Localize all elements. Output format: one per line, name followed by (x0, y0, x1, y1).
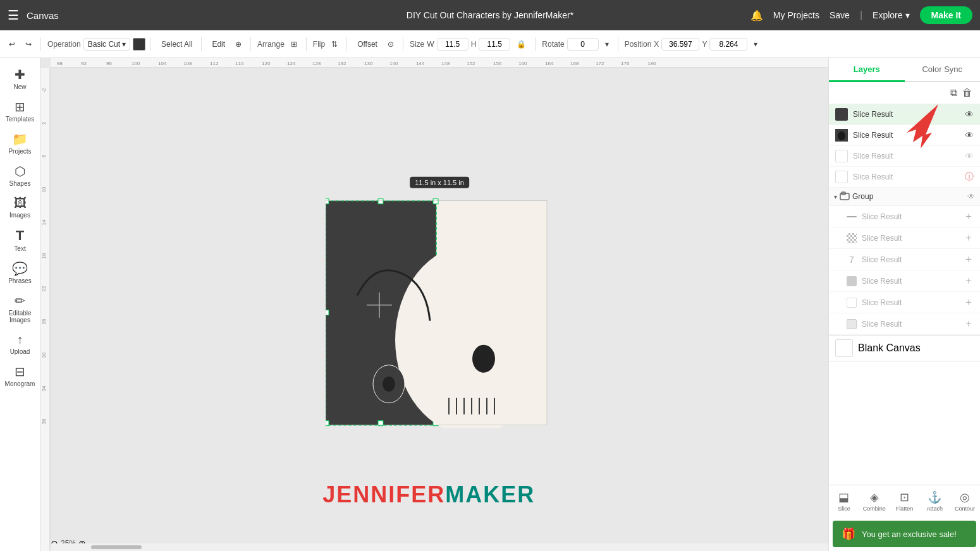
collapse-icon[interactable]: ▾ (834, 193, 837, 200)
arrange-label: Arrange (257, 40, 285, 49)
tab-color-sync[interactable]: Color Sync (905, 58, 981, 82)
rotate-input[interactable] (567, 38, 599, 51)
sidebar-item-images[interactable]: 🖼 Images (2, 192, 39, 222)
layer-item[interactable]: Slice Result ＋ (829, 227, 980, 249)
app-title: Canvas (27, 10, 59, 21)
pos-chevron[interactable]: ▾ (750, 37, 761, 51)
duplicate-button[interactable]: ⧉ (950, 87, 957, 99)
layer-item[interactable]: Slice Result 👁 (829, 104, 980, 125)
scroll-thumb[interactable] (91, 545, 142, 549)
arrange-button[interactable]: ⊞ (287, 37, 301, 51)
slice-icon: ⬓ (838, 490, 849, 504)
character-illustration[interactable] (326, 195, 553, 428)
rotate-chevron[interactable]: ▾ (601, 37, 613, 51)
sidebar-item-projects[interactable]: 📁 Projects (2, 128, 39, 159)
rotate-group: Rotate ▾ (542, 37, 618, 51)
size-group: Size W H 🔒 (410, 37, 536, 51)
sale-text: You get an exclusive sale! (862, 530, 957, 539)
scrollbar-horizontal[interactable] (51, 543, 828, 551)
slice-button[interactable]: ⬓ Slice (829, 488, 859, 514)
sidebar-item-templates[interactable]: ⊞ Templates (2, 95, 39, 126)
svg-text:2: 2 (41, 121, 47, 124)
layer-item[interactable]: Slice Result ＋ (829, 206, 980, 227)
sidebar-item-upload[interactable]: ↑ Upload (2, 329, 39, 359)
layer-item[interactable]: Slice Result 👁 (829, 146, 980, 167)
flatten-icon: ⊡ (900, 490, 909, 504)
attach-button[interactable]: ⚓ Attach (919, 488, 950, 514)
color-swatch[interactable] (133, 38, 145, 51)
attach-icon: ⚓ (928, 490, 941, 504)
canvas-viewport[interactable]: 11.5 in x 11.5 in (51, 68, 828, 533)
eye-icon[interactable]: 👁 (965, 151, 974, 161)
eye-icon[interactable]: 👁 (965, 130, 974, 140)
add-icon[interactable]: ＋ (964, 274, 974, 288)
layer-item[interactable]: Slice Result ＋ (829, 292, 980, 313)
layer-item[interactable]: Slice Result ⓘ (829, 167, 980, 188)
offset-icon-button[interactable]: ⊙ (384, 37, 398, 51)
flatten-button[interactable]: ⊡ Flatten (890, 488, 920, 514)
flip-button[interactable]: ⇅ (328, 37, 341, 51)
select-icon[interactable]: ⊕ (231, 37, 245, 51)
sidebar-item-text[interactable]: T Text (2, 224, 39, 256)
sidebar-item-new[interactable]: ✚ New (2, 63, 39, 94)
watermark: JENNIFER MAKER (322, 481, 535, 508)
sidebar-item-editable-images[interactable]: ✏ Editable Images (2, 289, 39, 327)
eye-icon[interactable]: 👁 (965, 109, 974, 119)
layer-item[interactable]: Slice Result 👁 (829, 125, 980, 146)
add-icon[interactable]: ＋ (964, 210, 974, 223)
blank-canvas-swatch (835, 339, 853, 357)
doc-title: DIY Cut Out Characters by JenniferMaker* (407, 10, 573, 20)
make-it-button[interactable]: Make It (920, 6, 972, 24)
combine-button[interactable]: ◈ Combine (859, 488, 890, 514)
add-icon[interactable]: ＋ (964, 253, 974, 266)
operation-dropdown[interactable]: Basic Cut ▾ (83, 38, 130, 51)
bell-icon[interactable]: 🔔 (750, 9, 763, 21)
hamburger-icon[interactable]: ☰ (8, 8, 19, 23)
history-group: ↩ ↪ (5, 37, 41, 51)
group-header[interactable]: ▾ Group 👁 (829, 188, 980, 206)
contour-button[interactable]: ◎ Contour (950, 488, 980, 514)
sidebar-item-shapes[interactable]: ⬡ Shapes (2, 160, 39, 191)
explore-link[interactable]: Explore ▾ (873, 10, 909, 20)
size-w-input[interactable] (437, 38, 469, 51)
my-projects-link[interactable]: My Projects (773, 10, 819, 20)
svg-text:172: 172 (596, 61, 604, 66)
canvas-area[interactable]: 88 92 96 100 104 108 112 116 120 124 128… (40, 58, 828, 551)
sidebar-item-phrases[interactable]: 💬 Phrases (2, 257, 39, 288)
layer-item[interactable]: Slice Result ＋ (829, 313, 980, 335)
svg-text:160: 160 (518, 61, 527, 66)
ruler-horizontal: 88 92 96 100 104 108 112 116 120 124 128… (51, 58, 828, 68)
select-all-button[interactable]: Select All (157, 37, 196, 51)
add-icon[interactable]: ＋ (964, 296, 974, 309)
add-icon[interactable]: ＋ (964, 317, 974, 330)
tab-layers[interactable]: Layers (829, 58, 905, 82)
undo-button[interactable]: ↩ (5, 37, 19, 51)
svg-text:10: 10 (41, 186, 47, 192)
add-icon[interactable]: ＋ (964, 231, 974, 245)
pos-y-input[interactable] (709, 38, 747, 51)
save-button[interactable]: Save (830, 10, 850, 20)
sidebar-item-label-new: New (13, 83, 26, 90)
pos-x-input[interactable] (661, 38, 699, 51)
redo-button[interactable]: ↪ (21, 37, 35, 51)
layer-item[interactable]: 7 Slice Result ＋ (829, 249, 980, 270)
position-group: Position X Y ▾ (625, 37, 767, 51)
edit-button[interactable]: Edit (208, 37, 229, 51)
size-h-input[interactable] (479, 38, 510, 51)
lock-icon[interactable]: 🔒 (513, 37, 530, 51)
layer-item[interactable]: Slice Result ＋ (829, 270, 980, 292)
sale-icon: 🎁 (842, 527, 855, 541)
blank-canvas-row[interactable]: Blank Canvas (829, 335, 980, 361)
svg-text:88: 88 (57, 61, 63, 66)
info-icon[interactable]: ⓘ (965, 171, 974, 183)
left-sidebar: ✚ New ⊞ Templates 📁 Projects ⬡ Shapes 🖼 … (0, 58, 40, 551)
offset-button[interactable]: Offset (353, 37, 381, 51)
layer-name: Slice Result (853, 152, 960, 160)
attach-label: Attach (927, 506, 943, 512)
sidebar-item-monogram[interactable]: ⊟ Monogram (2, 360, 39, 391)
sidebar-item-label-upload: Upload (10, 348, 30, 355)
group-eye-icon[interactable]: 👁 (967, 192, 975, 201)
group-name: Group (852, 192, 965, 201)
delete-button[interactable]: 🗑 (962, 87, 972, 99)
svg-text:152: 152 (467, 61, 475, 66)
